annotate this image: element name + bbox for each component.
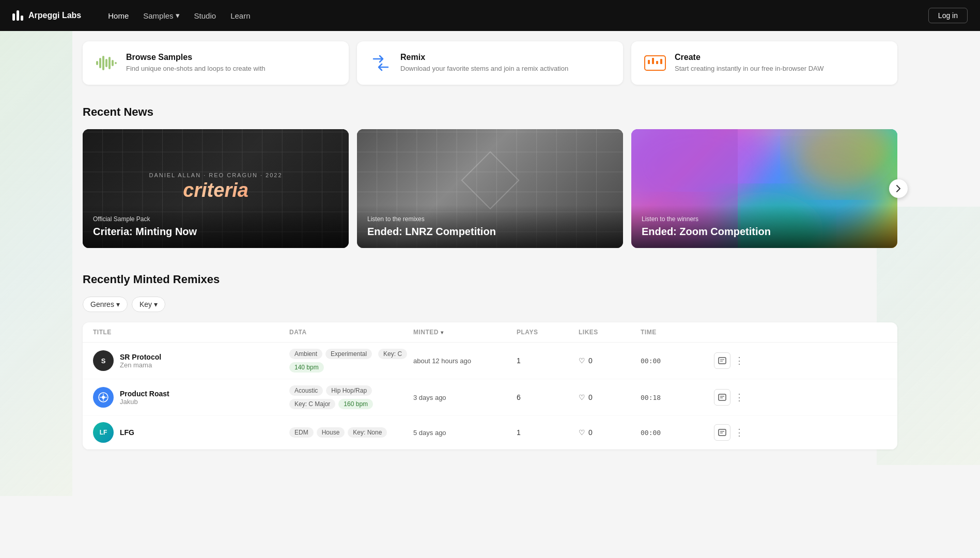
plays-count-2: 6 [517,393,579,401]
svg-rect-5 [112,60,114,66]
chevron-down-icon: ▾ [116,300,120,308]
chevron-down-icon: ▾ [176,11,180,20]
track-info-1: S SR Protocol Zen mama [93,350,289,371]
svg-rect-3 [105,59,107,67]
minted-time-3: 5 days ago [413,429,517,437]
track-details-2: Product Roast Jakub [120,390,169,406]
carousel-next-button[interactable] [889,179,908,198]
col-data: DATA [289,329,413,336]
main-content: Browse Samples Find unique one-shots and… [0,0,980,450]
feature-card-browse-text: Browse Samples Find unique one-shots and… [126,53,266,73]
remixes-section: Recently Minted Remixes Genres ▾ Key ▾ T… [83,273,897,450]
remixes-table: TITLE DATA MINTED ▾ PLAYS LIKES TIME S [83,322,897,450]
news-card-1-overlay: Official Sample Pack Criteria: Minting N… [83,205,349,248]
sort-icon: ▾ [441,330,444,335]
genres-filter-button[interactable]: Genres ▾ [83,297,128,312]
nav-item-learn[interactable]: Learn [224,8,256,23]
time-cell-1: 00:00 [641,357,703,365]
col-title: TITLE [93,329,289,336]
svg-rect-6 [115,62,117,64]
feature-card-remix-text: Remix Download your favorite stems and j… [400,53,568,73]
news-card-3-overlay: Listen to the winners Ended: Zoom Compet… [631,205,897,248]
heart-icon[interactable]: ♡ [579,393,585,401]
svg-rect-8 [648,60,650,64]
minted-time-1: about 12 hours ago [413,357,517,365]
news-card-zoom[interactable]: Listen to the winners Ended: Zoom Compet… [631,129,897,248]
row-actions-1: ⋮ [703,352,744,369]
feature-card-create[interactable]: Create Start creating instantly in our f… [631,41,897,85]
mint-button-1[interactable] [714,352,730,369]
track-info-2: Product Roast Jakub [93,387,289,408]
svg-rect-0 [96,61,98,65]
news-section-title: Recent News [83,105,897,119]
table-row: Product Roast Jakub Acoustic Hip Hop/Rap… [83,379,897,416]
track-tags-2: Acoustic Hip Hop/Rap Key: C Major 160 bp… [289,385,413,409]
table-row: S SR Protocol Zen mama Ambient Experimen… [83,343,897,379]
login-button[interactable]: Log in [928,8,968,23]
news-card-2-overlay: Listen to the remixes Ended: LNRZ Compet… [357,205,623,248]
nav-menu: Home Samples ▾ Studio Learn [102,8,928,23]
app-logo[interactable]: Arpeggi Labs [12,10,81,21]
key-filter-button[interactable]: Key ▾ [132,297,165,312]
time-cell-3: 00:00 [641,429,703,437]
svg-rect-66 [719,429,726,436]
feature-cards: Browse Samples Find unique one-shots and… [83,41,897,85]
mint-button-2[interactable] [714,389,730,406]
col-plays: PLAYS [517,329,579,336]
col-time: TIME [641,329,703,336]
remix-icon [369,52,392,74]
svg-rect-4 [108,57,111,69]
recent-news-section: Recent News [83,105,897,248]
news-card-criteria[interactable]: DANIEL ALLAN · REO CRAGUN · 2022 criteri… [83,129,349,248]
nav-item-samples[interactable]: Samples ▾ [137,8,185,23]
navbar: Arpeggi Labs Home Samples ▾ Studio Learn… [0,0,980,31]
svg-rect-56 [719,358,726,364]
more-options-button-1[interactable]: ⋮ [735,355,744,366]
feature-card-remix[interactable]: Remix Download your favorite stems and j… [357,41,623,85]
svg-point-62 [102,396,105,399]
table-row: LF LFG EDM House Key: None 5 days ago 1 … [83,416,897,450]
plays-count-3: 1 [517,428,579,437]
avatar-lfg: LF [93,422,114,443]
remixes-section-title: Recently Minted Remixes [83,273,897,286]
svg-rect-11 [660,59,662,64]
track-info-3: LF LFG [93,422,289,443]
track-details-1: SR Protocol Zen mama [120,353,161,369]
svg-rect-1 [99,58,101,68]
plays-count-1: 1 [517,357,579,365]
news-card-lnrz[interactable]: Listen to the remixes Ended: LNRZ Compet… [357,129,623,248]
more-options-button-2[interactable]: ⋮ [735,392,744,403]
heart-icon[interactable]: ♡ [579,357,585,365]
track-tags-1: Ambient Experimental Key: C 140 bpm [289,349,413,373]
row-actions-2: ⋮ [703,389,744,406]
track-details-3: LFG [120,428,134,437]
chevron-down-icon: ▾ [154,300,158,308]
nav-item-home[interactable]: Home [102,8,135,23]
col-minted[interactable]: MINTED ▾ [413,329,517,336]
svg-rect-2 [102,56,104,70]
remixes-filters: Genres ▾ Key ▾ [83,297,897,312]
logo-text: Arpeggi Labs [28,11,81,20]
avatar-product-roast [93,387,114,408]
likes-cell-1: ♡ 0 [579,357,641,365]
nav-item-studio[interactable]: Studio [188,8,223,23]
likes-cell-2: ♡ 0 [579,393,641,401]
waveform-icon [95,52,118,74]
heart-icon[interactable]: ♡ [579,428,585,437]
minted-time-2: 3 days ago [413,394,517,401]
track-tags-3: EDM House Key: None [289,427,413,438]
table-header: TITLE DATA MINTED ▾ PLAYS LIKES TIME [83,322,897,343]
col-actions [703,329,744,336]
daw-icon [644,52,666,74]
more-options-button-3[interactable]: ⋮ [735,427,744,438]
logo-icon [12,10,23,21]
news-carousel: DANIEL ALLAN · REO CRAGUN · 2022 criteri… [83,129,897,248]
mint-button-3[interactable] [714,424,730,441]
svg-rect-9 [652,58,654,64]
likes-cell-3: ♡ 0 [579,428,641,437]
feature-card-browse[interactable]: Browse Samples Find unique one-shots and… [83,41,349,85]
avatar-sr-protocol: S [93,350,114,371]
svg-rect-10 [656,61,658,64]
col-likes: LIKES [579,329,641,336]
time-cell-2: 00:18 [641,394,703,401]
